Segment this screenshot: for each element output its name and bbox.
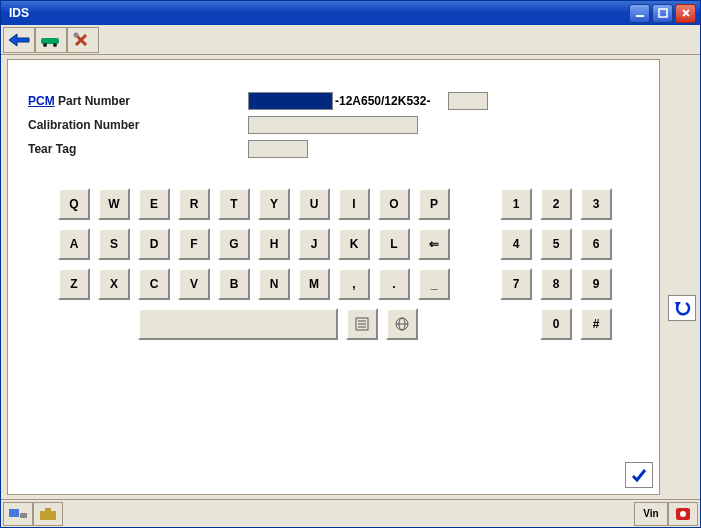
confirm-check-button[interactable] xyxy=(625,462,653,488)
key-d[interactable]: D xyxy=(138,228,170,260)
key-x[interactable]: X xyxy=(98,268,130,300)
titlebar: IDS xyxy=(1,1,700,25)
key-1[interactable]: 1 xyxy=(500,188,532,220)
numpad-spacer xyxy=(500,308,532,340)
side-strip xyxy=(664,55,700,499)
key-w[interactable]: W xyxy=(98,188,130,220)
key-m[interactable]: M xyxy=(298,268,330,300)
pcm-suffix-input[interactable] xyxy=(448,92,488,110)
minimize-button[interactable] xyxy=(629,4,650,23)
key-t[interactable]: T xyxy=(218,188,250,220)
key-2[interactable]: 2 xyxy=(540,188,572,220)
svg-rect-18 xyxy=(20,513,27,518)
key-c[interactable]: C xyxy=(138,268,170,300)
pcm-label-text: Part Number xyxy=(55,94,130,108)
svg-rect-20 xyxy=(45,508,51,512)
key-period[interactable]: . xyxy=(378,268,410,300)
pcm-prefix-input[interactable] xyxy=(248,92,333,110)
key-hash[interactable]: # xyxy=(580,308,612,340)
svg-point-7 xyxy=(53,43,57,47)
pcm-middle-text: -12A650/12K532- xyxy=(335,94,430,108)
alpha-keys: Q W E R T Y U I O P A xyxy=(58,188,450,348)
svg-rect-0 xyxy=(636,15,644,17)
svg-rect-17 xyxy=(9,509,19,517)
window-title: IDS xyxy=(5,6,627,20)
key-globe-icon[interactable] xyxy=(386,308,418,340)
key-a[interactable]: A xyxy=(58,228,90,260)
close-button[interactable] xyxy=(675,4,696,23)
pcm-label: PCM Part Number xyxy=(28,94,248,108)
key-8[interactable]: 8 xyxy=(540,268,572,300)
key-backspace[interactable]: ⇐ xyxy=(418,228,450,260)
key-9[interactable]: 9 xyxy=(580,268,612,300)
onscreen-keyboard: Q W E R T Y U I O P A xyxy=(58,188,639,348)
key-o[interactable]: O xyxy=(378,188,410,220)
key-7[interactable]: 7 xyxy=(500,268,532,300)
pcm-row: PCM Part Number -12A650/12K532- xyxy=(28,90,639,112)
key-b[interactable]: B xyxy=(218,268,250,300)
key-p[interactable]: P xyxy=(418,188,450,220)
key-i[interactable]: I xyxy=(338,188,370,220)
svg-rect-5 xyxy=(41,38,59,44)
teartag-row: Tear Tag xyxy=(28,138,639,160)
back-tool-button[interactable] xyxy=(3,27,35,53)
svg-point-6 xyxy=(43,43,47,47)
numpad: 1 2 3 4 5 6 7 8 9 xyxy=(500,188,612,348)
key-l[interactable]: L xyxy=(378,228,410,260)
teartag-label: Tear Tag xyxy=(28,142,248,156)
key-underscore[interactable]: _ xyxy=(418,268,450,300)
key-comma[interactable]: , xyxy=(338,268,370,300)
key-list-icon[interactable] xyxy=(346,308,378,340)
key-3[interactable]: 3 xyxy=(580,188,612,220)
svg-rect-1 xyxy=(659,9,667,17)
key-u[interactable]: U xyxy=(298,188,330,220)
svg-point-8 xyxy=(74,32,79,37)
calibration-input[interactable] xyxy=(248,116,418,134)
record-button[interactable] xyxy=(668,502,698,526)
key-space[interactable] xyxy=(138,308,338,340)
vehicle-tool-button[interactable] xyxy=(35,27,67,53)
toolbox-button[interactable] xyxy=(33,502,63,526)
key-y[interactable]: Y xyxy=(258,188,290,220)
bottombar: Vin xyxy=(1,499,700,527)
key-h[interactable]: H xyxy=(258,228,290,260)
key-v[interactable]: V xyxy=(178,268,210,300)
undo-button[interactable] xyxy=(668,295,696,321)
tools-tool-button[interactable] xyxy=(67,27,99,53)
key-n[interactable]: N xyxy=(258,268,290,300)
teartag-input[interactable] xyxy=(248,140,308,158)
calibration-row: Calibration Number xyxy=(28,114,639,136)
content-area: PCM Part Number -12A650/12K532- Calibrat… xyxy=(1,55,700,499)
system-button[interactable] xyxy=(3,502,33,526)
maximize-button[interactable] xyxy=(652,4,673,23)
key-g[interactable]: G xyxy=(218,228,250,260)
vin-button[interactable]: Vin xyxy=(634,502,668,526)
key-5[interactable]: 5 xyxy=(540,228,572,260)
calibration-label: Calibration Number xyxy=(28,118,248,132)
key-z[interactable]: Z xyxy=(58,268,90,300)
svg-marker-4 xyxy=(9,34,29,46)
toolbar xyxy=(1,25,700,55)
key-0[interactable]: 0 xyxy=(540,308,572,340)
app-window: IDS PCM Part Number -12A65 xyxy=(0,0,701,528)
key-r[interactable]: R xyxy=(178,188,210,220)
svg-rect-19 xyxy=(40,511,56,520)
key-e[interactable]: E xyxy=(138,188,170,220)
pcm-link[interactable]: PCM xyxy=(28,94,55,108)
key-j[interactable]: J xyxy=(298,228,330,260)
main-panel: PCM Part Number -12A650/12K532- Calibrat… xyxy=(7,59,660,495)
key-6[interactable]: 6 xyxy=(580,228,612,260)
key-k[interactable]: K xyxy=(338,228,370,260)
key-4[interactable]: 4 xyxy=(500,228,532,260)
key-f[interactable]: F xyxy=(178,228,210,260)
key-s[interactable]: S xyxy=(98,228,130,260)
key-q[interactable]: Q xyxy=(58,188,90,220)
svg-point-22 xyxy=(680,511,686,517)
